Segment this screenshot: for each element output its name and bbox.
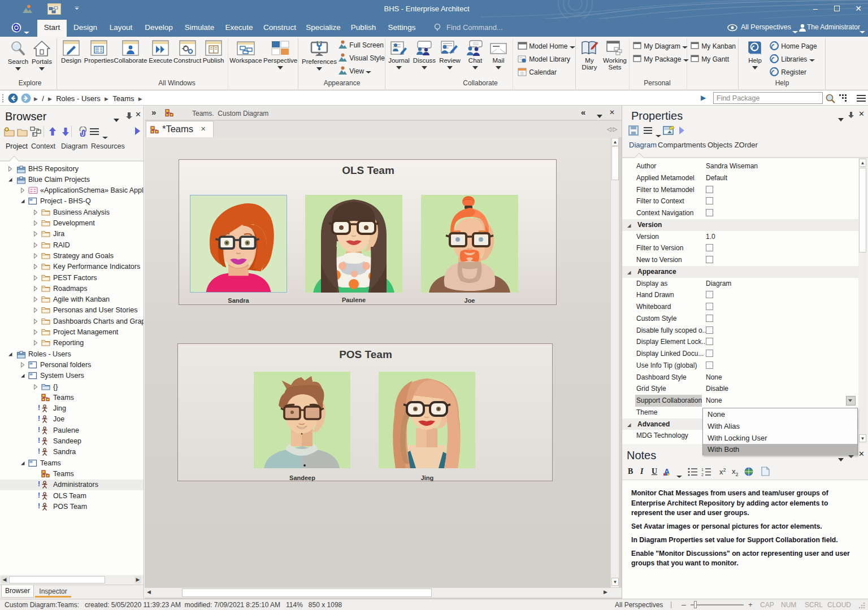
svg-text:2: 2 [701,473,704,476]
svg-text:1: 1 [701,468,704,472]
